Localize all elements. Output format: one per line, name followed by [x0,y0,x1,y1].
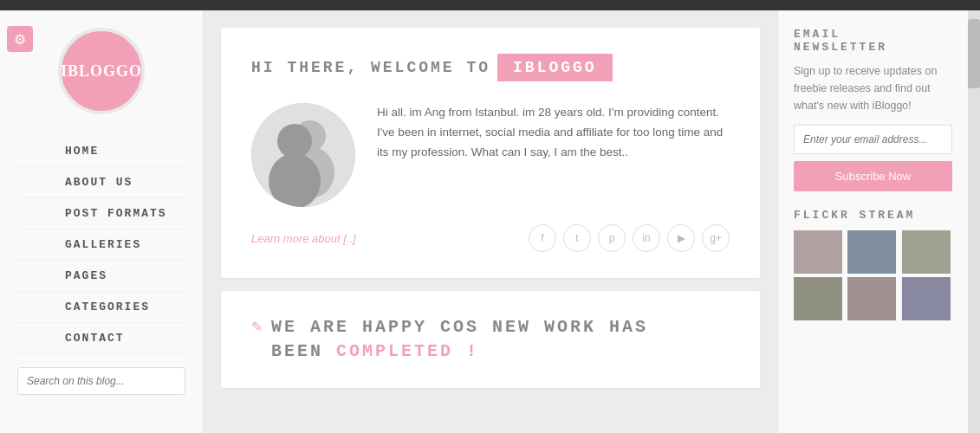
flickr-thumb-6[interactable] [902,277,951,320]
social-icons: f t p in ▶ g+ [529,224,730,252]
flickr-thumb-3[interactable] [902,230,951,274]
newsletter-section: EMAIL NEWSLETTER Sign up to receive upda… [794,28,952,191]
flickr-grid [794,230,952,320]
twitter-icon[interactable]: t [563,224,591,252]
pinterest-icon[interactable]: p [598,224,626,252]
post1-body: Hi all. im Ang from Istanbul. im 28 year… [251,103,730,207]
main-content: HI THERE, WELCOME TO IBLOGGO [204,10,777,433]
sidebar-item-categories[interactable]: CATEGORIES [17,292,185,323]
logo[interactable]: IBLOGGO [58,28,145,114]
sidebar-item-home[interactable]: HOME [17,136,185,167]
sidebar-item-galleries[interactable]: GALLERIES [17,229,185,261]
avatar [251,103,355,207]
email-input[interactable] [794,125,952,154]
post1-text: Hi all. im Ang from Istanbul. im 28 year… [377,103,730,207]
post2-title-line1: WE ARE HAPPY COS NEW WORK HAS [271,317,648,337]
flickr-thumb-4[interactable] [794,277,842,320]
edit-icon: ✎ [251,319,263,335]
googleplus-icon[interactable]: g+ [702,224,730,252]
post-card-1: HI THERE, WELCOME TO IBLOGGO [221,28,760,278]
newsletter-desc: Sign up to receive updates on freebie re… [794,62,952,114]
search-input[interactable] [17,367,185,395]
post2-completed: COMPLETED ! [336,341,479,361]
scrollbar-track [968,10,980,433]
flickr-thumb-5[interactable] [847,277,896,320]
post2-title-text: WE ARE HAPPY COS NEW WORK HAS BEEN COMPL… [271,315,648,364]
subscribe-button[interactable]: Subscribe Now [794,161,952,191]
navigation: HOME ABOUT US POST FORMATS GALLERIES PAG… [0,136,203,354]
post1-title-row: HI THERE, WELCOME TO IBLOGGO [251,54,730,81]
flickr-title: FLICKR STREAM [794,209,952,222]
post1-title-prefix: HI THERE, WELCOME TO [251,59,490,76]
post1-footer: Learn more about [..] f t p in ▶ g+ [251,224,730,252]
youtube-icon[interactable]: ▶ [667,224,695,252]
post-card-2: ✎ WE ARE HAPPY COS NEW WORK HAS BEEN COM… [221,291,760,388]
right-panel: EMAIL NEWSLETTER Sign up to receive upda… [777,10,968,433]
sidebar-item-contact[interactable]: CONTACT [17,323,185,354]
flickr-section: FLICKR STREAM [794,209,952,320]
scrollbar-thumb[interactable] [968,19,980,88]
flickr-thumb-2[interactable] [847,230,896,274]
sidebar-item-about[interactable]: ABOUT US [17,167,185,198]
gear-button[interactable]: ⚙ [7,26,33,52]
newsletter-title: EMAIL NEWSLETTER [794,28,952,54]
svg-point-4 [269,153,321,207]
post2-title: ✎ WE ARE HAPPY COS NEW WORK HAS BEEN COM… [251,315,730,364]
facebook-icon[interactable]: f [529,224,556,252]
top-bar [0,0,980,10]
learn-more-link[interactable]: Learn more about [..] [251,232,356,245]
avatar-image [251,103,355,207]
logo-text: IBLOGGO [61,62,142,81]
flickr-thumb-1[interactable] [794,230,842,274]
post1-title-badge: IBLOGGO [497,54,613,81]
sidebar-item-post-formats[interactable]: POST FORMATS [17,198,185,229]
sidebar-item-pages[interactable]: PAGES [17,261,185,292]
post2-title-line2: BEEN [271,341,323,361]
linkedin-icon[interactable]: in [633,224,660,252]
sidebar: IBLOGGO HOME ABOUT US POST FORMATS GALLE… [0,10,204,433]
gear-icon: ⚙ [14,31,26,48]
